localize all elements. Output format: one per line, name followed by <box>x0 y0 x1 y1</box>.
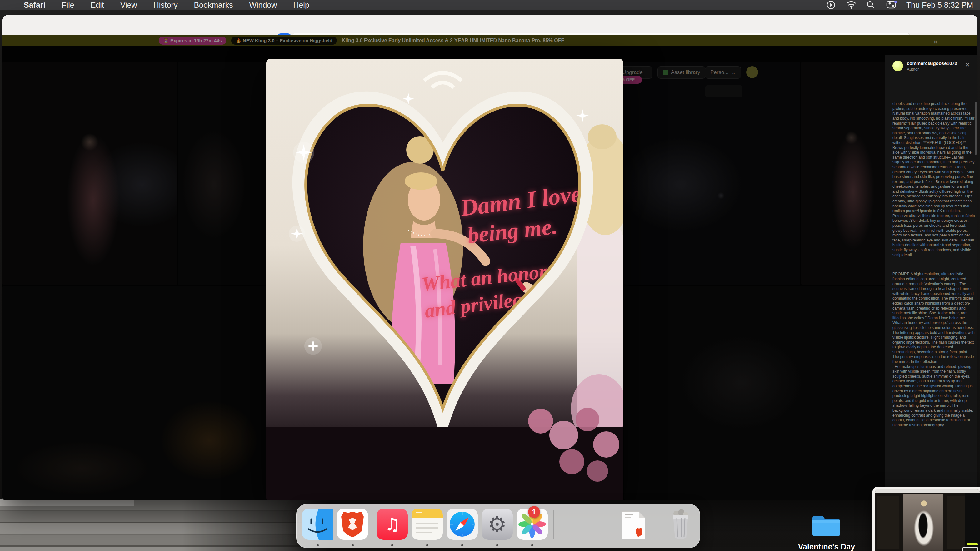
running-indicator <box>391 544 393 546</box>
author-avatar[interactable] <box>892 60 903 71</box>
mini-toolbar <box>875 489 980 493</box>
prompt-paragraph-2: PROMPT: A high-resolution, ultra-realist… <box>892 272 975 428</box>
mini-gallery-right <box>947 496 966 549</box>
heart-mirror-image[interactable]: Damn I love being me. What an honorary a… <box>266 59 624 500</box>
dock-brave-icon[interactable] <box>337 508 368 540</box>
safari-window: ⌄ ‹ › ⋯ higgsfield.ai ↻ + ⏳ Expires in 1… <box>3 15 977 500</box>
running-indicator <box>317 544 319 546</box>
dock-trash-icon[interactable] <box>665 508 696 540</box>
control-center-icon[interactable] <box>886 0 896 10</box>
menu-window[interactable]: Window <box>241 1 285 10</box>
higgsfield-page: ⏳ Expires in 19h 27m 44s 🔥 NEW Kling 3.0… <box>3 35 977 500</box>
mini-gallery-left <box>877 496 899 549</box>
dock-music-icon[interactable]: ♫ <box>377 508 408 540</box>
menu-bookmarks[interactable]: Bookmarks <box>186 1 241 10</box>
author-role-label: Author <box>907 67 919 71</box>
dock-document-icon[interactable] <box>619 510 651 541</box>
image-details-panel: commercialgoose1072 Author ✕ cheeks and … <box>885 55 977 500</box>
menu-bar-status-area: Thu Feb 5 8:32 PM <box>826 0 973 10</box>
panel-close-icon[interactable]: ✕ <box>965 61 970 68</box>
dock-finder-icon[interactable] <box>302 508 333 540</box>
menu-bar-clock[interactable]: Thu Feb 5 8:32 PM <box>906 1 973 10</box>
mini-sidebar <box>965 493 980 551</box>
screenshot-preview-window[interactable] <box>872 487 980 551</box>
spotlight-search-icon[interactable] <box>866 0 876 10</box>
safari-toolbar <box>3 15 977 35</box>
panel-scrollbar[interactable] <box>975 102 977 155</box>
generated-image-modal: Damn I love being me. What an honorary a… <box>266 59 624 500</box>
menu-safari[interactable]: Safari <box>13 1 53 10</box>
notification-badge: 1 <box>528 506 540 518</box>
dock-separator <box>372 510 372 539</box>
screen-mirroring-icon[interactable] <box>826 0 835 10</box>
mini-center-image <box>903 494 943 551</box>
desktop-folder-valentines[interactable] <box>811 514 841 537</box>
prompt-scroll-fade <box>892 92 975 97</box>
dock-settings-icon[interactable]: ⚙ <box>482 508 513 540</box>
running-indicator <box>352 544 354 546</box>
running-indicator <box>426 544 428 546</box>
wallpaper-wood-bench <box>0 499 331 551</box>
dock-notes-icon[interactable] <box>412 508 443 540</box>
mini-animate-button <box>967 543 978 545</box>
menu-file[interactable]: File <box>53 1 82 10</box>
menu-help[interactable]: Help <box>285 1 317 10</box>
wifi-icon[interactable] <box>846 0 856 10</box>
running-indicator <box>496 544 498 546</box>
menu-history[interactable]: History <box>145 1 186 10</box>
dock-safari-icon[interactable] <box>447 508 478 540</box>
folder-label[interactable]: Valentine's Day <box>791 542 862 551</box>
mini-recursive-thumbnail <box>962 547 978 551</box>
dock-separator <box>553 510 554 539</box>
svg-text:♫: ♫ <box>384 514 400 534</box>
prompt-text[interactable]: cheeks and nose, fine peach fuzz along t… <box>892 92 975 438</box>
prompt-paragraph-1: cheeks and nose, fine peach fuzz along t… <box>892 102 975 257</box>
menu-edit[interactable]: Edit <box>83 1 112 10</box>
author-username[interactable]: commercialgoose1072 <box>907 60 957 66</box>
running-indicator <box>531 544 533 546</box>
running-indicator <box>461 544 463 546</box>
svg-text:⚙: ⚙ <box>488 512 507 537</box>
menu-view[interactable]: View <box>112 1 145 10</box>
